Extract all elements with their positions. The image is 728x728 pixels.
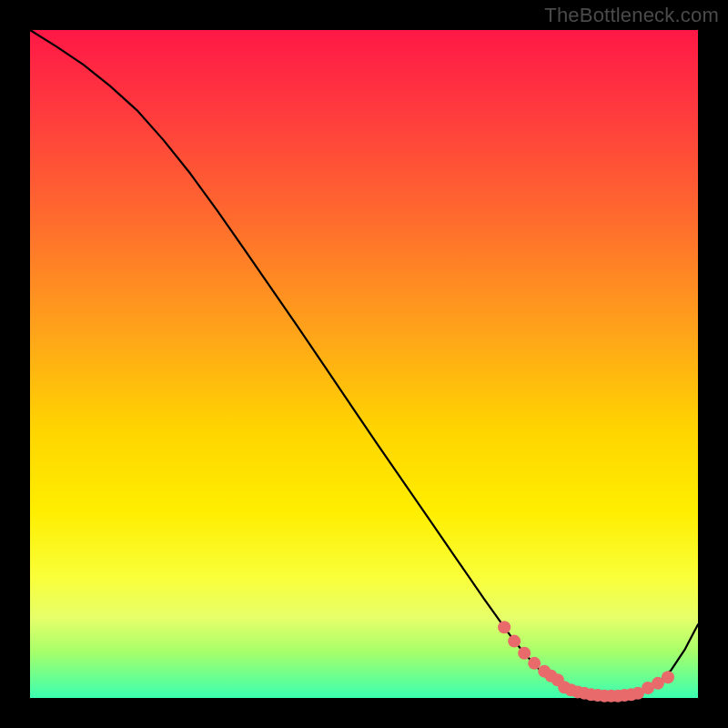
plot-area [30,30,698,698]
marker-dot [518,647,531,660]
marker-dot [498,621,511,633]
marker-dot [508,635,521,648]
marker-dot [528,657,541,670]
watermark-label: TheBottleneck.com [544,4,719,27]
marker-dot [662,671,674,683]
chart-stage: TheBottleneck.com [0,0,728,728]
marker-group [498,621,674,703]
curve-line [30,30,698,696]
plot-svg [30,30,698,698]
